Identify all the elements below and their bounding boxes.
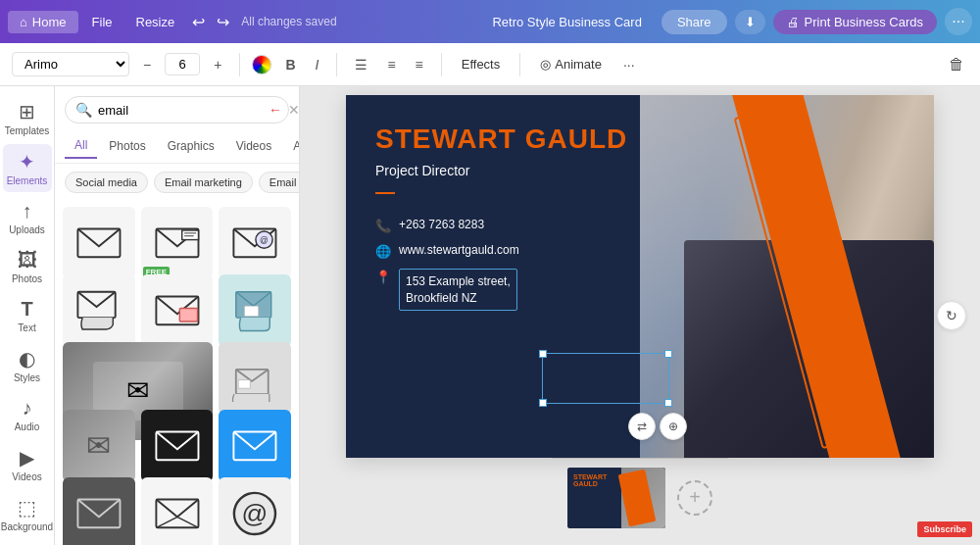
elements-panel: 🔍 ← ✕ ⚙ All Photos Graphics Videos Audio… <box>55 86 300 545</box>
background-icon: ⬚ <box>18 496 36 520</box>
sidebar-item-styles[interactable]: ◐ Styles <box>3 341 52 389</box>
sidebar-item-videos[interactable]: ▶ Videos <box>3 440 52 488</box>
sidebar-item-photos[interactable]: 🖼 Photos <box>3 243 52 290</box>
list-item[interactable]: @ <box>219 477 291 545</box>
list-item[interactable]: ✉ <box>63 410 135 482</box>
sidebar-item-audio[interactable]: ♪ Audio <box>3 391 52 438</box>
add-page-button[interactable]: + <box>677 480 712 516</box>
list-item[interactable] <box>219 410 291 482</box>
globe-icon: 🌐 <box>375 244 391 259</box>
sidebar-item-uploads[interactable]: ↑ Uploads <box>3 194 52 241</box>
search-input[interactable] <box>98 103 263 118</box>
photos-icon: 🖼 <box>18 249 37 272</box>
card-title: Project Director <box>375 163 640 178</box>
thumbnail-1[interactable]: STEWARTGAULD <box>567 468 665 528</box>
selection-handle-br[interactable] <box>664 399 672 407</box>
download-icon: ⬇ <box>745 15 756 29</box>
list-item[interactable] <box>141 274 214 347</box>
tab-audio[interactable]: Audio <box>283 134 300 158</box>
list-item[interactable] <box>63 274 135 347</box>
search-area: 🔍 ← ✕ ⚙ <box>55 86 299 129</box>
sidebar-item-elements[interactable]: ✦ Elements <box>3 144 52 192</box>
tab-graphics[interactable]: Graphics <box>158 134 224 158</box>
delete-button[interactable]: 🗑 <box>945 52 968 77</box>
svg-rect-2 <box>181 230 198 240</box>
list-item[interactable] <box>63 477 135 545</box>
animate-icon: ◎ <box>540 57 551 72</box>
home-button[interactable]: ⌂ Home <box>8 11 78 33</box>
card-divider <box>375 192 395 194</box>
chip-email-marketing[interactable]: Email marketing <box>154 172 253 193</box>
effects-button[interactable]: Effects <box>454 53 509 75</box>
font-size-input[interactable] <box>165 53 200 75</box>
sidebar-item-logos[interactable]: ❖ Logos <box>3 540 52 545</box>
selection-handle-tl[interactable] <box>539 350 547 358</box>
tab-videos[interactable]: Videos <box>226 134 281 158</box>
selection-handle-tr[interactable] <box>664 350 672 358</box>
sidebar-item-text[interactable]: T Text <box>3 292 52 339</box>
chips-area: Social media Email marketing Email ico › <box>55 164 299 201</box>
download-button[interactable]: ⬇ <box>735 10 765 34</box>
selection-box <box>542 353 669 404</box>
undo-redo-group: ↩ ↪ <box>188 11 233 33</box>
font-increase-button[interactable]: + <box>208 53 227 76</box>
card-email: 🌐 www.stewartgauld.com <box>375 243 640 259</box>
sidebar-item-background[interactable]: ⬚ Background <box>3 490 52 538</box>
selection-handle-bl[interactable] <box>539 399 547 407</box>
more-options-button[interactable]: ··· <box>945 8 972 35</box>
color-picker[interactable] <box>252 55 271 74</box>
search-clear-button[interactable]: ✕ <box>288 102 300 118</box>
font-decrease-button[interactable]: − <box>137 53 157 76</box>
card-name: STEWART GAULD <box>375 124 640 155</box>
align-center-button[interactable]: ≡ <box>381 53 401 76</box>
flip-horizontal-button[interactable]: ⇄ <box>628 413 656 440</box>
print-button[interactable]: 🖨 Print Business Cards <box>773 10 937 34</box>
resize-menu[interactable]: Resize <box>126 11 185 33</box>
list-item[interactable] <box>219 342 291 415</box>
list-item[interactable] <box>63 207 135 279</box>
expand-button[interactable]: ⊕ <box>660 413 687 440</box>
floating-toolbar: ⇄ ⊕ <box>628 413 687 440</box>
list-item[interactable]: FREE <box>141 207 214 279</box>
align-right-button[interactable]: ≡ <box>410 53 429 76</box>
secondary-toolbar: Arimo − + B I ☰ ≡ ≡ Effects ◎ Animate ··… <box>0 43 980 86</box>
svg-rect-14 <box>238 380 250 388</box>
elements-icon: ✦ <box>19 150 35 173</box>
thumbnail-strip: STEWARTGAULD + Subscribe <box>552 458 728 536</box>
canvas-area: STEWART GAULD Project Director 📞 +263 72… <box>300 86 980 545</box>
card-phone: 📞 +263 7263 8283 <box>375 218 640 233</box>
svg-rect-12 <box>245 306 259 317</box>
list-item[interactable] <box>141 477 214 545</box>
svg-rect-10 <box>179 308 197 321</box>
phone-icon: 📞 <box>375 219 391 233</box>
chip-email-ico[interactable]: Email ico <box>259 172 299 193</box>
card-address[interactable]: 📍 153 Example street, Brookfield NZ <box>375 269 640 312</box>
file-menu[interactable]: File <box>82 11 122 33</box>
animate-button[interactable]: ◎ Animate <box>532 53 610 75</box>
italic-button[interactable]: I <box>310 53 325 76</box>
svg-line-19 <box>156 517 177 527</box>
subscribe-badge[interactable]: Subscribe <box>917 521 972 537</box>
font-selector[interactable]: Arimo <box>12 52 129 76</box>
sidebar-item-templates[interactable]: ⊞ Templates <box>3 94 52 142</box>
undo-button[interactable]: ↩ <box>188 11 209 33</box>
canvas-refresh-button[interactable]: ↻ <box>937 301 966 330</box>
bold-button[interactable]: B <box>279 53 301 76</box>
search-arrow-icon: ← <box>269 102 282 118</box>
list-item[interactable] <box>219 274 291 347</box>
more-toolbar-button[interactable]: ··· <box>617 53 641 76</box>
chip-social-media[interactable]: Social media <box>65 172 148 193</box>
list-item[interactable] <box>141 410 214 482</box>
list-item[interactable]: @ <box>219 207 291 279</box>
tab-all[interactable]: All <box>65 133 97 159</box>
canvas-container: STEWART GAULD Project Director 📞 +263 72… <box>346 95 934 458</box>
share-button[interactable]: Share <box>662 10 727 34</box>
styles-icon: ◐ <box>19 347 35 371</box>
panel-tabs: All Photos Graphics Videos Audio <box>55 129 299 164</box>
templates-icon: ⊞ <box>19 100 35 124</box>
business-card: STEWART GAULD Project Director 📞 +263 72… <box>346 95 934 458</box>
tab-photos[interactable]: Photos <box>99 134 155 158</box>
align-left-button[interactable]: ☰ <box>349 53 373 76</box>
redo-button[interactable]: ↪ <box>213 11 233 33</box>
location-icon: 📍 <box>375 270 391 284</box>
